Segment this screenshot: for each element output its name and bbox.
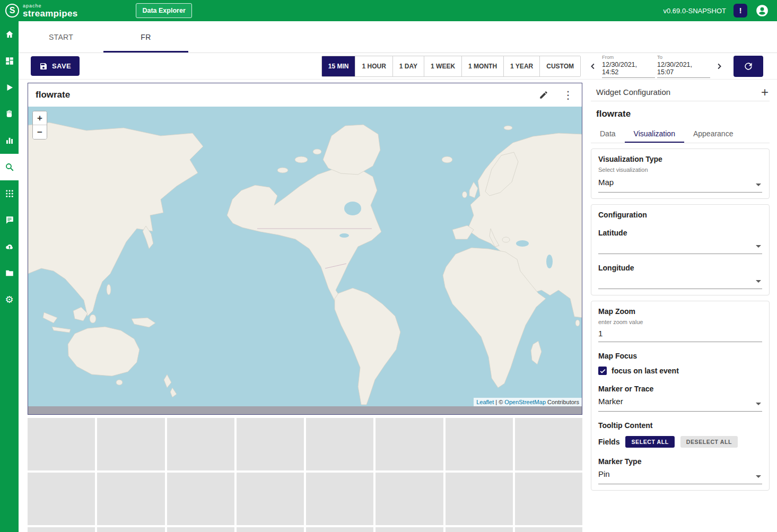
panel-tab-data[interactable]: Data <box>591 125 625 143</box>
grid-cell <box>167 418 234 470</box>
top-bar: S apache streampipes Data Explorer v0.69… <box>0 0 777 21</box>
streampipes-logo-text: apache streampipes <box>23 4 77 18</box>
fields-label: Fields <box>598 438 619 446</box>
map-attribution: Leaflet | © OpenStreetMap Contributors <box>474 398 582 406</box>
sidebar-item-dashboard[interactable] <box>0 48 19 74</box>
grid-cell <box>376 473 443 525</box>
feedback-icon[interactable]: ! <box>734 4 747 18</box>
chat-bubble-icon <box>5 215 14 225</box>
visualization-type-select[interactable]: Map <box>598 174 762 193</box>
sidebar-item-notifications[interactable] <box>0 207 19 233</box>
world-map-graphic <box>28 107 582 406</box>
time-range-1year[interactable]: 1 YEAR <box>504 56 540 76</box>
to-value[interactable]: 12/30/2021, 15:07 <box>657 60 710 78</box>
panel-tab-appearance[interactable]: Appearance <box>684 125 743 143</box>
map-zoom-label: Map Zoom <box>598 307 762 316</box>
folder-icon <box>5 268 14 278</box>
account-icon[interactable] <box>755 3 770 18</box>
sidebar-item-install[interactable] <box>0 233 19 260</box>
date-navigation: From 12/30/2021, 14:52 To 12/30/2021, 15… <box>586 54 726 78</box>
person-circle-icon <box>755 4 769 18</box>
add-widget-button[interactable]: + <box>761 86 769 99</box>
time-range-1month[interactable]: 1 MONTH <box>462 56 504 76</box>
marker-type-select[interactable]: Pin <box>598 466 762 484</box>
dashboard-tab-bar: START FR <box>19 21 777 53</box>
tab-start[interactable]: START <box>19 21 103 53</box>
to-date-field[interactable]: To 12/30/2021, 15:07 <box>657 54 710 78</box>
sidebar-item-pipelines[interactable] <box>0 74 19 101</box>
leaflet-world-map[interactable]: + − Leaflet | © OpenStreetMap Contributo… <box>28 107 582 406</box>
checkbox-checked-icon[interactable] <box>598 367 607 375</box>
sidebar-item-home[interactable] <box>0 21 19 48</box>
hand-icon <box>5 109 14 119</box>
time-range-1hour[interactable]: 1 HOUR <box>355 56 392 76</box>
marker-or-trace-select[interactable]: Marker <box>598 393 762 412</box>
visualization-type-hint: Select visualization <box>598 167 762 173</box>
widget-menu-button[interactable]: ⋮ <box>562 89 574 101</box>
sidebar-item-charts[interactable] <box>0 127 19 154</box>
grid-cell <box>28 527 95 532</box>
time-range-1day[interactable]: 1 DAY <box>393 56 424 76</box>
time-range-1week[interactable]: 1 WEEK <box>424 56 462 76</box>
tooltip-content-label: Tooltip Content <box>598 421 762 430</box>
save-button[interactable]: SAVE <box>31 56 80 76</box>
deselect-all-button[interactable]: DESELECT ALL <box>680 436 738 448</box>
sidebar-item-files[interactable] <box>0 260 19 286</box>
from-date-field[interactable]: From 12/30/2021, 14:52 <box>602 54 655 78</box>
panel-tab-visualization[interactable]: Visualization <box>625 125 684 143</box>
openstreetmap-link[interactable]: OpenStreetMap <box>504 399 546 405</box>
sidebar-item-data-explorer[interactable] <box>0 154 19 180</box>
widget-configuration-panel: Widget Configuration + flowrate Data Vis… <box>589 80 777 532</box>
map-options-card: Map Zoom enter zoom value 1 Map Focus fo… <box>591 301 770 491</box>
visualization-type-value: Map <box>598 178 614 187</box>
grid-cell <box>446 473 513 525</box>
sidebar-item-apps[interactable] <box>0 180 19 207</box>
refresh-button[interactable] <box>734 56 763 77</box>
configuration-title: Configuration <box>598 211 762 219</box>
play-icon <box>5 83 14 92</box>
grid-cell <box>167 527 234 532</box>
map-zoom-in-button[interactable]: + <box>33 111 47 125</box>
cloud-upload-icon <box>5 242 14 251</box>
to-label: To <box>657 54 710 60</box>
grid-cell <box>515 473 582 525</box>
grid-cell <box>446 418 513 470</box>
next-range-button[interactable] <box>712 56 726 77</box>
map-zoom-input[interactable]: 1 <box>598 326 762 342</box>
panel-header: Widget Configuration + <box>591 83 770 101</box>
map-zoom-hint: enter zoom value <box>598 319 762 325</box>
chevron-right-icon <box>714 62 724 71</box>
marker-or-trace-value: Marker <box>598 397 623 406</box>
previous-range-button[interactable] <box>586 56 600 77</box>
sidebar-item-connect[interactable] <box>0 101 19 127</box>
chevron-down-icon <box>756 184 761 186</box>
bar-chart-icon <box>5 136 14 145</box>
grid-cell <box>306 473 373 525</box>
version-label: v0.69.0-SNAPSHOT <box>663 7 727 15</box>
tab-fr[interactable]: FR <box>103 21 188 53</box>
widget-header: flowrate ⋮ <box>28 83 582 107</box>
leaflet-link[interactable]: Leaflet <box>476 399 494 405</box>
latitude-select[interactable] <box>598 237 762 254</box>
focus-last-event-checkbox-row[interactable]: focus on last event <box>598 367 762 375</box>
marker-type-label: Marker Type <box>598 457 762 466</box>
select-all-button[interactable]: SELECT ALL <box>625 436 674 448</box>
save-floppy-icon <box>39 62 48 71</box>
map-zoom-out-button[interactable]: − <box>33 125 47 139</box>
grid-cell <box>446 527 513 532</box>
from-value[interactable]: 12/30/2021, 14:52 <box>602 60 655 78</box>
grid-cell <box>97 473 164 525</box>
dashboard-workspace: flowrate ⋮ <box>19 80 589 532</box>
time-range-15min[interactable]: 15 MIN <box>322 56 356 76</box>
refresh-icon <box>743 61 754 72</box>
longitude-select[interactable] <box>598 272 762 289</box>
edit-widget-button[interactable] <box>537 89 550 101</box>
streampipes-logo[interactable]: S apache streampipes <box>5 4 77 18</box>
time-range-custom[interactable]: CUSTOM <box>540 56 580 76</box>
data-explorer-nav-chip[interactable]: Data Explorer <box>136 3 191 18</box>
dashboard-grid <box>28 418 582 532</box>
grid-cell <box>28 418 95 470</box>
sidebar-item-settings[interactable]: ⚙ <box>0 286 19 313</box>
grid-cell <box>28 473 95 525</box>
widget-horizontal-scrollbar[interactable] <box>28 406 582 414</box>
